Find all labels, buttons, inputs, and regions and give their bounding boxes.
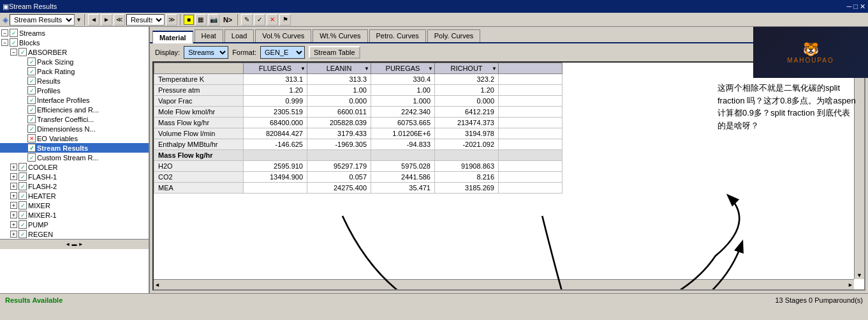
toolbar-results-next-btn[interactable]: ≫ — [166, 14, 177, 26]
cell-7-1[interactable] — [307, 150, 371, 161]
cell-1-3[interactable]: 1.20 — [435, 85, 499, 96]
checkbox-checked[interactable]: ✓ — [18, 48, 27, 56]
cell-2-1[interactable]: 0.000 — [307, 96, 371, 107]
col-dropdown-0[interactable]: ▼ — [300, 66, 305, 72]
cell-1-2[interactable]: 1.00 — [371, 85, 435, 96]
cell-2-2[interactable]: 1.000 — [371, 96, 435, 107]
checkbox-checked[interactable]: ✓ — [18, 192, 27, 200]
cell-5-3[interactable]: 3194.978 — [435, 128, 499, 139]
checkbox-checked[interactable]: ✓ — [27, 115, 36, 123]
checkbox-checked[interactable]: ✓ — [10, 38, 18, 47]
expand-icon[interactable]: − — [10, 49, 17, 56]
checkbox-checked[interactable]: ✓ — [27, 125, 36, 133]
toolbar-img-btn[interactable]: ▦ — [195, 14, 207, 26]
sidebar-item-absorber[interactable]: −✓ABSORBER — [0, 47, 149, 57]
cell-4-0[interactable]: 68400.000 — [244, 118, 307, 128]
checkbox-checked[interactable]: ✓ — [18, 163, 27, 171]
toolbar-results-select[interactable]: Results — [126, 14, 165, 26]
checkbox-checked[interactable]: ✓ — [27, 96, 36, 104]
toolbar-x-btn[interactable]: ✕ — [267, 14, 278, 26]
cell-1-0[interactable]: 1.20 — [244, 85, 307, 96]
expand-icon[interactable]: + — [10, 221, 17, 228]
cell-3-2[interactable]: 2242.340 — [371, 107, 435, 118]
checkbox-checked[interactable]: ✓ — [27, 86, 36, 95]
toolbar-back-btn[interactable]: ◄ — [88, 14, 99, 26]
checkbox-checked[interactable]: ✓ — [10, 29, 18, 37]
checkbox-checked[interactable]: ✓ — [18, 220, 27, 229]
cell-6-3[interactable]: -2021.092 — [435, 139, 499, 150]
expand-icon[interactable]: + — [10, 202, 17, 209]
col-dropdown-2[interactable]: ▼ — [428, 66, 433, 72]
cell-2-4[interactable] — [499, 96, 563, 107]
cell-1-4[interactable] — [499, 85, 563, 96]
cell-9-0[interactable]: 13494.900 — [244, 172, 307, 183]
cell-9-2[interactable]: 2441.586 — [371, 172, 435, 183]
cell-8-4[interactable] — [499, 161, 563, 172]
toolbar-skip-btn[interactable]: ≪ — [114, 14, 125, 26]
expand-icon[interactable]: + — [10, 173, 17, 180]
cell-6-1[interactable]: -1969.305 — [307, 139, 371, 150]
sidebar-item-flash-1[interactable]: +✓FLASH-1 — [0, 172, 149, 181]
col-dropdown-1[interactable]: ▼ — [364, 66, 369, 72]
checkbox-checked[interactable]: ✓ — [27, 144, 36, 152]
tab-vol_curves[interactable]: Vol.% Curves — [255, 29, 311, 42]
sidebar-item-cooler[interactable]: +✓COOLER — [0, 162, 149, 172]
expand-icon[interactable]: − — [1, 29, 8, 36]
format-select[interactable]: GEN_E — [260, 46, 305, 59]
sidebar-scroll-bar[interactable]: ◄ ▬ ► — [0, 239, 149, 249]
sidebar-item-profiles[interactable]: ✓Profiles — [0, 86, 149, 95]
sidebar-item-dimensionless[interactable]: ✓Dimensionless N... — [0, 124, 149, 133]
tab-wt_curves[interactable]: Wt.% Curves — [313, 29, 367, 42]
checkbox-checked[interactable]: ✓ — [27, 67, 36, 75]
sidebar-item-stream-results[interactable]: ✓Stream Results — [0, 143, 149, 153]
checkbox-checked[interactable]: ✓ — [18, 230, 27, 238]
toolbar-select[interactable]: Stream Results — [10, 14, 75, 26]
cell-5-0[interactable]: 820844.427 — [244, 128, 307, 139]
cell-6-0[interactable]: -146.625 — [244, 139, 307, 150]
cell-10-3[interactable]: 3185.269 — [435, 183, 499, 194]
cell-2-3[interactable]: 0.000 — [435, 96, 499, 107]
cell-5-2[interactable]: 1.01206E+6 — [371, 128, 435, 139]
cell-7-3[interactable] — [435, 150, 499, 161]
sidebar-item-mixer-1[interactable]: +✓MIXER-1 — [0, 210, 149, 220]
cell-1-1[interactable]: 1.00 — [307, 85, 371, 96]
toolbar-forward-btn[interactable]: ► — [101, 14, 112, 26]
sidebar-item-efficiencies[interactable]: ✓Efficiencies and R... — [0, 105, 149, 114]
tab-poly_curves[interactable]: Poly. Curves — [427, 29, 481, 42]
sidebar-item-mixer[interactable]: +✓MIXER — [0, 201, 149, 210]
cell-10-1[interactable]: 24275.400 — [307, 183, 371, 194]
checkbox-checked[interactable]: ✓ — [18, 182, 27, 190]
col-dropdown-3[interactable]: ▼ — [492, 66, 497, 72]
cell-7-4[interactable] — [499, 150, 563, 161]
cell-2-0[interactable]: 0.999 — [244, 96, 307, 107]
expand-icon[interactable]: − — [1, 39, 8, 46]
toolbar-yellow-btn[interactable]: ■ — [184, 15, 194, 25]
toolbar-edit-btn[interactable]: ✎ — [241, 14, 253, 26]
cell-0-4[interactable] — [499, 74, 563, 85]
cell-4-4[interactable] — [499, 118, 563, 128]
cell-6-2[interactable]: -94.833 — [371, 139, 435, 150]
cell-10-0[interactable] — [244, 183, 307, 194]
sidebar-item-streams[interactable]: −✓Streams — [0, 28, 149, 38]
cell-0-1[interactable]: 313.3 — [307, 74, 371, 85]
cell-8-2[interactable]: 5975.028 — [371, 161, 435, 172]
cell-8-0[interactable]: 2595.910 — [244, 161, 307, 172]
checkbox-checked[interactable]: ✓ — [27, 57, 36, 66]
cell-3-4[interactable] — [499, 107, 563, 118]
sidebar-item-flash-2[interactable]: +✓FLASH-2 — [0, 181, 149, 191]
cell-9-1[interactable]: 0.057 — [307, 172, 371, 183]
toolbar-check-btn[interactable]: ✓ — [254, 14, 265, 26]
sidebar-item-pack-sizing[interactable]: ✓Pack Sizing — [0, 57, 149, 66]
sidebar-item-transfer-coeff[interactable]: ✓Transfer Coeffici... — [0, 114, 149, 124]
expand-icon[interactable]: + — [10, 211, 17, 218]
cell-4-2[interactable]: 60753.665 — [371, 118, 435, 128]
expand-icon[interactable]: + — [10, 231, 17, 238]
cell-4-1[interactable]: 205828.039 — [307, 118, 371, 128]
cell-3-3[interactable]: 6412.219 — [435, 107, 499, 118]
scrollbar-horizontal[interactable]: ◄ ► — [154, 279, 854, 289]
tab-heat[interactable]: Heat — [195, 29, 223, 42]
sidebar-item-regen[interactable]: +✓REGEN — [0, 229, 149, 239]
cell-0-3[interactable]: 323.2 — [435, 74, 499, 85]
checkbox-error[interactable]: ✕ — [27, 134, 36, 142]
sidebar-item-heater[interactable]: +✓HEATER — [0, 191, 149, 201]
